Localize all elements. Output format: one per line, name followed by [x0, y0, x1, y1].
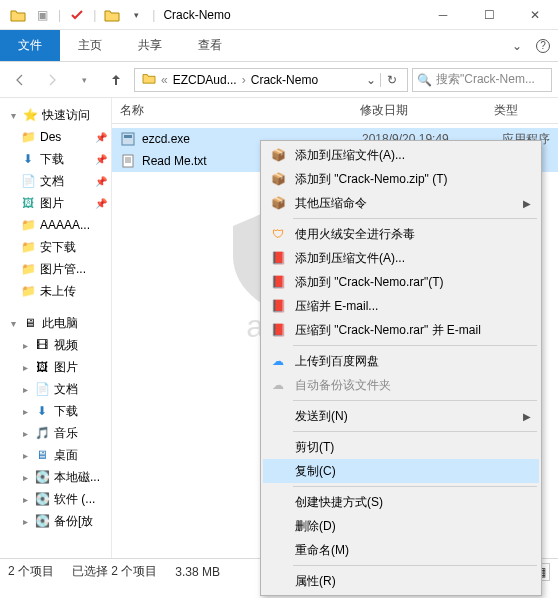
twisty-icon[interactable]: ▸ — [20, 340, 30, 351]
svg-rect-1 — [124, 135, 132, 138]
twisty-icon[interactable]: ▸ — [20, 472, 30, 483]
twisty-icon[interactable]: ▸ — [20, 428, 30, 439]
twisty-icon[interactable]: ▸ — [20, 406, 30, 417]
chevron-right-icon: ▶ — [523, 411, 531, 422]
downloads-icon: ⬇ — [34, 403, 50, 419]
pin-icon: 📌 — [95, 154, 107, 165]
nav-item[interactable]: ▸🎞视频 — [0, 334, 111, 356]
recent-dropdown-icon[interactable]: ▾ — [70, 66, 98, 94]
ctx-rename[interactable]: 重命名(M) — [263, 538, 539, 562]
nav-item[interactable]: 📁AAAAA... — [0, 214, 111, 236]
drive-icon: 💽 — [34, 469, 50, 485]
twisty-icon[interactable]: ▾ — [8, 110, 18, 121]
pin-icon: 📌 — [95, 198, 107, 209]
ctx-copy[interactable]: 复制(C) — [263, 459, 539, 483]
back-button[interactable] — [6, 66, 34, 94]
chevron-right-icon[interactable]: « — [159, 73, 170, 87]
search-icon: 🔍 — [417, 73, 432, 87]
chevron-right-icon[interactable]: › — [240, 73, 248, 87]
nav-item[interactable]: 📄文档📌 — [0, 170, 111, 192]
refresh-icon[interactable]: ↻ — [380, 73, 403, 87]
nav-item[interactable]: ▸📄文档 — [0, 378, 111, 400]
qat-dropdown-icon[interactable]: ▾ — [125, 4, 147, 26]
cloud-icon: ☁ — [269, 376, 287, 394]
up-button[interactable] — [102, 66, 130, 94]
ctx-shortcut[interactable]: 创建快捷方式(S) — [263, 490, 539, 514]
twisty-icon[interactable]: ▸ — [20, 384, 30, 395]
ctx-compress-rar-email[interactable]: 📕压缩到 "Crack-Nemo.rar" 并 E-mail — [263, 318, 539, 342]
ctx-add-archive-rar[interactable]: 📕添加到压缩文件(A)... — [263, 246, 539, 270]
col-type[interactable]: 类型 — [486, 102, 558, 119]
nav-item[interactable]: 📁Des📌 — [0, 126, 111, 148]
nav-item[interactable]: ▸⬇下载 — [0, 400, 111, 422]
maximize-button[interactable]: ☐ — [466, 0, 512, 30]
twisty-icon[interactable]: ▸ — [20, 450, 30, 461]
ctx-add-zip[interactable]: 📦添加到 "Crack-Nemo.zip" (T) — [263, 167, 539, 191]
nav-item[interactable]: 📁图片管... — [0, 258, 111, 280]
status-item-count: 2 个项目 — [8, 563, 54, 580]
ribbon-expand-icon[interactable]: ⌄ ? — [512, 30, 558, 61]
ctx-baidu-upload[interactable]: ☁上传到百度网盘 — [263, 349, 539, 373]
pictures-icon: 🖼 — [34, 359, 50, 375]
nav-item[interactable]: ▸💽本地磁... — [0, 466, 111, 488]
forward-button[interactable] — [38, 66, 66, 94]
qat-check-icon[interactable] — [66, 4, 88, 26]
nav-item[interactable]: 📁安下载 — [0, 236, 111, 258]
col-date[interactable]: 修改日期 — [352, 102, 486, 119]
rar-icon: 📕 — [269, 249, 287, 267]
ctx-add-archive[interactable]: 📦添加到压缩文件(A)... — [263, 143, 539, 167]
nav-item[interactable]: ▸🖼图片 — [0, 356, 111, 378]
folder-icon — [139, 72, 159, 87]
minimize-button[interactable]: ─ — [420, 0, 466, 30]
tab-home[interactable]: 主页 — [60, 30, 120, 61]
svg-rect-2 — [123, 155, 133, 167]
twisty-icon[interactable]: ▸ — [20, 516, 30, 527]
downloads-icon: ⬇ — [20, 151, 36, 167]
ctx-cut[interactable]: 剪切(T) — [263, 435, 539, 459]
menu-separator — [293, 218, 537, 219]
ctx-compress-email[interactable]: 📕压缩并 E-mail... — [263, 294, 539, 318]
nav-this-pc[interactable]: ▾🖥此电脑 — [0, 312, 111, 334]
address-dropdown-icon[interactable]: ⌄ — [362, 73, 380, 87]
pc-icon: 🖥 — [22, 315, 38, 331]
nav-item[interactable]: ▸💽软件 (... — [0, 488, 111, 510]
search-placeholder: 搜索"Crack-Nem... — [436, 71, 535, 88]
ctx-huorong-scan[interactable]: 🛡使用火绒安全进行杀毒 — [263, 222, 539, 246]
drive-icon: 💽 — [34, 491, 50, 507]
rar-icon: 📕 — [269, 321, 287, 339]
document-icon: 📄 — [34, 381, 50, 397]
folder-icon: 📁 — [20, 129, 36, 145]
twisty-icon[interactable]: ▸ — [20, 362, 30, 373]
nav-item[interactable]: ▸🎵音乐 — [0, 422, 111, 444]
help-icon[interactable]: ? — [536, 39, 550, 53]
search-input[interactable]: 🔍 搜索"Crack-Nem... — [412, 68, 552, 92]
ctx-send-to[interactable]: 发送到(N)▶ — [263, 404, 539, 428]
twisty-icon[interactable]: ▾ — [8, 318, 18, 329]
qat-pin-icon[interactable]: ▣ — [31, 4, 53, 26]
nav-item[interactable]: ▸💽备份[放 — [0, 510, 111, 532]
drive-icon: 💽 — [34, 513, 50, 529]
qat-separator: | — [58, 8, 61, 22]
col-name[interactable]: 名称 — [112, 102, 352, 119]
ctx-other-zip[interactable]: 📦其他压缩命令▶ — [263, 191, 539, 215]
nav-item[interactable]: ▸🖥桌面 — [0, 444, 111, 466]
twisty-icon[interactable]: ▸ — [20, 494, 30, 505]
tab-file[interactable]: 文件 — [0, 30, 60, 61]
nav-item[interactable]: ⬇下载📌 — [0, 148, 111, 170]
menu-separator — [293, 486, 537, 487]
nav-item[interactable]: 📁未上传 — [0, 280, 111, 302]
titlebar: ▣ | | ▾ | Crack-Nemo ─ ☐ ✕ — [0, 0, 558, 30]
qat-folder-icon[interactable] — [101, 4, 123, 26]
ctx-delete[interactable]: 删除(D) — [263, 514, 539, 538]
nav-quick-access[interactable]: ▾⭐快速访问 — [0, 104, 111, 126]
tab-share[interactable]: 共享 — [120, 30, 180, 61]
close-button[interactable]: ✕ — [512, 0, 558, 30]
address-bar[interactable]: « EZCDAud... › Crack-Nemo ⌄ ↻ — [134, 68, 408, 92]
breadcrumb-segment[interactable]: EZCDAud... — [170, 73, 240, 87]
ctx-properties[interactable]: 属性(R) — [263, 569, 539, 593]
ctx-add-rar[interactable]: 📕添加到 "Crack-Nemo.rar"(T) — [263, 270, 539, 294]
tab-view[interactable]: 查看 — [180, 30, 240, 61]
address-row: ▾ « EZCDAud... › Crack-Nemo ⌄ ↻ 🔍 搜索"Cra… — [0, 62, 558, 98]
breadcrumb-segment[interactable]: Crack-Nemo — [248, 73, 321, 87]
nav-item[interactable]: 🖼图片📌 — [0, 192, 111, 214]
